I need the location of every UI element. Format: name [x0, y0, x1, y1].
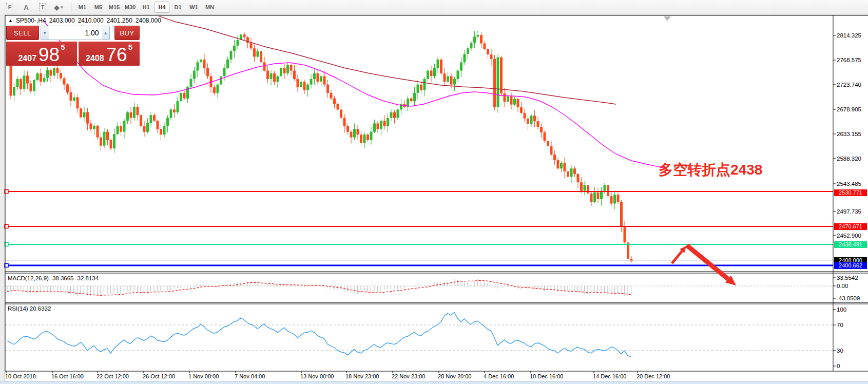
candle-body	[433, 68, 436, 76]
candle-body	[280, 68, 282, 76]
candle-body	[317, 73, 319, 82]
candle-body	[590, 194, 593, 202]
candle-body	[213, 87, 216, 93]
candle-body	[617, 195, 620, 202]
candle-body	[524, 113, 526, 119]
candle-body	[323, 76, 326, 84]
candle-body	[97, 126, 99, 138]
candle-body	[570, 168, 573, 177]
candle-body	[490, 54, 493, 59]
candle-body	[137, 107, 139, 115]
candle-body	[367, 135, 369, 140]
candle-body	[427, 71, 429, 79]
candle-body	[497, 57, 499, 107]
sell-price-prefix: 2407	[18, 53, 36, 64]
candle-body	[263, 62, 266, 70]
candle-body	[20, 79, 22, 89]
rsi-line	[7, 312, 631, 357]
ma-slow-line	[154, 14, 616, 104]
candle-body	[93, 126, 95, 129]
candle-body	[487, 49, 489, 54]
candle-body	[226, 60, 229, 68]
candle-body	[113, 134, 115, 148]
candle-body	[170, 109, 172, 118]
candle-body	[26, 75, 29, 83]
candle-body	[23, 75, 26, 89]
buy-price-prefix: 2408	[86, 53, 104, 64]
candle-body	[593, 193, 596, 202]
chart-shift-marker-icon[interactable]	[664, 16, 671, 21]
candle-body	[103, 132, 106, 146]
sell-price-sup: 5	[61, 43, 65, 51]
rsi-indicator-label: RSI(14) 20.6332	[8, 305, 51, 312]
candle-body	[233, 46, 236, 51]
candle-body	[507, 96, 509, 102]
candle-body	[567, 171, 569, 177]
candle-body	[180, 93, 182, 101]
candle-body	[517, 99, 519, 107]
candle-body	[46, 70, 49, 78]
candle-body	[363, 135, 366, 143]
candle-body	[16, 79, 19, 87]
candle-body	[110, 140, 112, 148]
chart-annotation-text[interactable]: 多空转折点2438	[659, 160, 762, 180]
candle-body	[177, 101, 179, 112]
candle-body	[460, 62, 462, 70]
candle-body	[56, 68, 59, 73]
volume-up-button[interactable]: ▲	[102, 26, 110, 40]
volume-stepper: ▼ ▲	[41, 26, 110, 40]
candle-body	[197, 62, 199, 70]
drop-arrow[interactable]	[687, 245, 728, 279]
candle-body	[577, 174, 580, 182]
ohlc-close: 2408.000	[136, 17, 161, 24]
sell-price-display[interactable]: 2407 98 5	[6, 42, 77, 66]
candle-body	[126, 112, 129, 121]
candle-body	[273, 73, 276, 82]
candle-body	[200, 60, 202, 62]
candle-body	[150, 115, 152, 123]
candle-body	[40, 73, 42, 82]
volume-down-button[interactable]: ▼	[41, 26, 49, 40]
candle-body	[453, 79, 456, 85]
candle-body	[584, 185, 586, 191]
candle-body	[193, 71, 196, 79]
candle-body	[504, 93, 506, 102]
buy-button[interactable]: BUY	[114, 26, 140, 40]
candle-body	[533, 116, 536, 121]
candle-body	[217, 85, 219, 93]
candle-body	[464, 54, 466, 62]
candle-body	[493, 59, 496, 107]
ohlc-low: 2401.250	[107, 17, 132, 24]
candle-body	[604, 185, 606, 191]
candle-body	[387, 118, 389, 126]
candle-body	[413, 93, 416, 101]
candle-body	[370, 132, 373, 140]
candle-body	[443, 73, 446, 82]
buy-price-display[interactable]: 2408 76 5	[79, 42, 140, 66]
candle-body	[270, 73, 273, 79]
candle-body	[243, 34, 246, 37]
ohlc-high: 2410.000	[78, 17, 104, 24]
candle-body	[260, 51, 262, 63]
candle-body	[86, 112, 89, 124]
collapse-icon[interactable]: ▲	[8, 18, 13, 23]
candle-body	[326, 85, 329, 93]
candle-body	[423, 79, 426, 90]
candle-body	[440, 60, 442, 73]
sell-price-big: 98	[38, 46, 60, 64]
candle-body	[477, 35, 479, 36]
candle-body	[237, 40, 239, 46]
candle-body	[607, 185, 609, 197]
candle-body	[66, 85, 69, 92]
buy-price-big: 76	[106, 46, 127, 64]
candle-body	[90, 123, 92, 129]
bounce-arrow[interactable]	[672, 251, 682, 263]
candle-body	[220, 76, 222, 84]
candle-body	[206, 68, 209, 76]
candle-body	[313, 73, 316, 79]
candle-body	[544, 132, 546, 141]
volume-input[interactable]	[49, 26, 102, 40]
sell-button[interactable]: SELL	[6, 26, 39, 40]
candle-body	[613, 195, 616, 203]
candle-body	[60, 73, 62, 79]
